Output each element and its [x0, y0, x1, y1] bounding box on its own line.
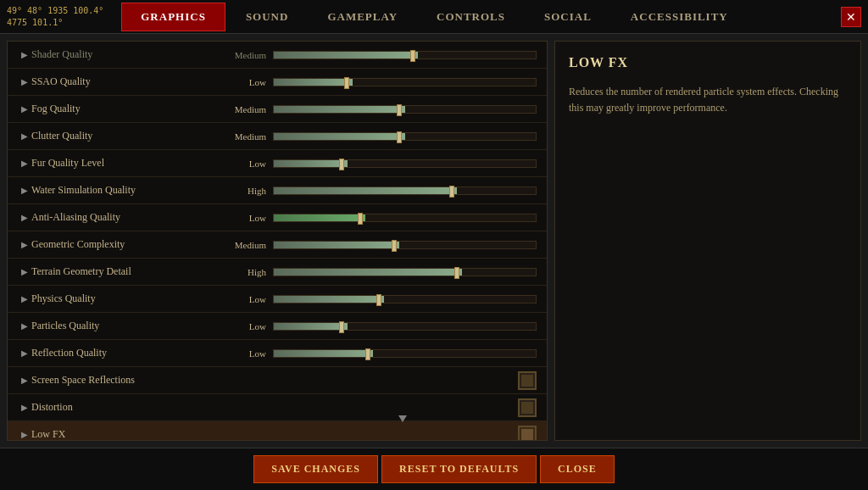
row-arrow: ▶: [21, 403, 31, 412]
save-changes-button[interactable]: SAVE CHANGES: [253, 455, 378, 483]
tab-gameplay[interactable]: GAMEPLAY: [309, 3, 416, 31]
slider-track-fur[interactable]: [273, 159, 537, 168]
row-arrow: ▶: [21, 240, 31, 249]
slider-fill-shader: [274, 52, 418, 58]
tab-social[interactable]: SOCIAL: [526, 3, 610, 31]
setting-row-physics[interactable]: ▶ Physics Quality Low: [8, 286, 547, 313]
slider-track-clutter[interactable]: [273, 132, 537, 141]
info-description: Reduces the number of rendered particle …: [569, 84, 847, 116]
row-arrow: ▶: [21, 159, 31, 168]
checkbox-distortion[interactable]: [518, 398, 537, 417]
row-arrow: ▶: [21, 77, 31, 86]
setting-name-fog: Fog Quality: [31, 103, 218, 115]
setting-name-geometric: Geometric Complexity: [31, 238, 218, 251]
setting-row-water-simulation[interactable]: ▶ Water Simulation Quality High: [8, 177, 547, 204]
close-button[interactable]: CLOSE: [540, 455, 615, 483]
slider-track-fog[interactable]: [273, 105, 537, 114]
setting-value-reflection: Low: [218, 348, 273, 359]
row-arrow: ▶: [21, 267, 31, 276]
setting-row-terrain-geometry[interactable]: ▶ Terrain Geometry Detail High: [8, 259, 547, 286]
setting-value-fur: Low: [218, 159, 273, 169]
setting-row-fog-quality[interactable]: ▶ Fog Quality Medium: [8, 96, 547, 123]
slider-thumb-ssao[interactable]: [344, 77, 349, 89]
setting-name-aa: Anti-Aliasing Quality: [31, 211, 218, 224]
slider-track-terrain[interactable]: [273, 268, 537, 276]
slider-fill-ssao: [274, 79, 353, 86]
setting-name-terrain: Terrain Geometry Detail: [31, 265, 218, 278]
tab-graphics[interactable]: GRAPHICS: [121, 3, 225, 31]
setting-value-terrain: High: [218, 267, 273, 277]
checkbox-inner: [521, 402, 533, 414]
slider-thumb-aa[interactable]: [358, 213, 363, 225]
slider-thumb-fur[interactable]: [339, 159, 344, 170]
slider-track-geometric[interactable]: [273, 241, 537, 249]
slider-thumb-reflection[interactable]: [365, 348, 370, 360]
setting-value-ssao: Low: [218, 77, 273, 87]
setting-row-low-fx[interactable]: ▶ Low FX: [8, 421, 547, 440]
setting-row-geometric[interactable]: ▶ Geometric Complexity Medium: [8, 231, 547, 259]
setting-row-ssao[interactable]: ▶ SSAO Quality Low: [8, 69, 547, 96]
slider-track-aa[interactable]: [273, 214, 537, 222]
slider-fill-terrain: [274, 269, 462, 276]
setting-row-clutter-quality[interactable]: ▶ Clutter Quality Medium: [8, 123, 547, 150]
slider-fill-fur: [274, 160, 348, 167]
row-arrow: ▶: [21, 348, 31, 358]
setting-row-anti-aliasing[interactable]: ▶ Anti-Aliasing Quality Low: [8, 204, 547, 231]
setting-name-water: Water Simulation Quality: [31, 184, 218, 197]
setting-name-distortion: Distortion: [31, 401, 218, 414]
setting-value-fog: Medium: [218, 104, 273, 114]
row-arrow: ▶: [21, 294, 31, 303]
tab-accessibility[interactable]: ACCESSIBILITY: [612, 3, 747, 31]
slider-thumb-terrain[interactable]: [454, 267, 459, 279]
setting-row-distortion[interactable]: ▶ Distortion: [8, 394, 547, 421]
reset-defaults-button[interactable]: RESET TO DEFAULTS: [381, 455, 537, 483]
setting-row-fur-quality[interactable]: ▶ Fur Quality Level Low: [8, 150, 547, 177]
setting-value-particles: Low: [218, 321, 273, 331]
row-arrow: ▶: [21, 321, 31, 331]
slider-thumb-fog[interactable]: [397, 104, 402, 116]
main-content: ▶ Shader Quality Medium ▶ SSAO Quality L…: [0, 34, 868, 448]
row-arrow: ▶: [21, 186, 31, 195]
setting-name-reflection: Reflection Quality: [31, 347, 218, 359]
row-arrow: ▶: [21, 213, 31, 222]
setting-value-water: High: [218, 186, 273, 196]
slider-thumb-water[interactable]: [449, 186, 454, 198]
setting-value-physics: Low: [218, 294, 273, 304]
row-arrow: ▶: [21, 131, 31, 141]
slider-fill-fog: [274, 106, 405, 113]
setting-row-shader-quality[interactable]: ▶ Shader Quality Medium: [8, 42, 547, 69]
slider-track-ssao[interactable]: [273, 78, 537, 86]
setting-name-ssao: SSAO Quality: [31, 75, 218, 88]
slider-track-shader[interactable]: [273, 51, 537, 59]
setting-name-low-fx: Low FX: [31, 428, 218, 440]
setting-value-aa: Low: [218, 213, 273, 223]
slider-thumb-particles[interactable]: [339, 321, 344, 333]
slider-track-particles[interactable]: [273, 322, 537, 331]
setting-name-particles: Particles Quality: [31, 320, 218, 332]
row-arrow: ▶: [21, 376, 31, 385]
slider-fill-clutter: [274, 133, 405, 140]
slider-thumb-physics[interactable]: [376, 294, 381, 306]
slider-thumb-shader[interactable]: [410, 50, 415, 62]
slider-fill-reflection: [274, 350, 373, 357]
slider-track-water[interactable]: [273, 187, 537, 195]
bottom-bar: SAVE CHANGES RESET TO DEFAULTS CLOSE: [0, 448, 868, 490]
setting-row-reflection-quality[interactable]: ▶ Reflection Quality Low: [8, 340, 547, 367]
slider-fill-particles: [274, 323, 348, 330]
tab-controls[interactable]: CONTROLS: [418, 3, 524, 31]
setting-row-screen-space[interactable]: ▶ Screen Space Reflections: [8, 367, 547, 394]
slider-thumb-geometric[interactable]: [392, 240, 397, 252]
checkbox-screen-space[interactable]: [518, 371, 537, 390]
slider-track-physics[interactable]: [273, 295, 537, 303]
setting-name-fur: Fur Quality Level: [31, 157, 218, 170]
slider-thumb-clutter[interactable]: [397, 131, 402, 143]
window-close-button[interactable]: ✕: [841, 7, 861, 27]
checkbox-low-fx[interactable]: [518, 426, 537, 441]
slider-track-reflection[interactable]: [273, 349, 537, 358]
settings-panel: ▶ Shader Quality Medium ▶ SSAO Quality L…: [7, 41, 548, 441]
setting-row-particles[interactable]: ▶ Particles Quality Low: [8, 313, 547, 340]
tab-sound[interactable]: SOUND: [227, 3, 308, 31]
setting-name-physics: Physics Quality: [31, 292, 218, 305]
settings-scroll[interactable]: ▶ Shader Quality Medium ▶ SSAO Quality L…: [8, 42, 547, 440]
setting-name-clutter: Clutter Quality: [31, 130, 218, 142]
